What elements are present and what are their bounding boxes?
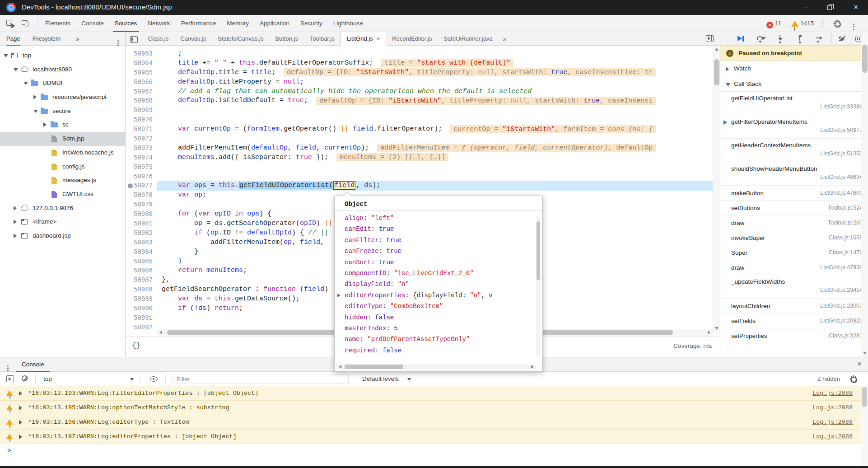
popup-property-editorProperties[interactable]: editorProperties: {displayField: "n", v (335, 290, 542, 301)
code-line-50977[interactable]: 50977 var ops = this.getFieldUIOperatorL… (126, 181, 713, 191)
context-dropdown-arrow[interactable] (130, 378, 134, 381)
line-number-breakpoint[interactable]: 50977 (126, 181, 157, 191)
collapsed-arrow-icon[interactable] (14, 220, 17, 224)
context-selector[interactable]: top (43, 372, 52, 386)
live-expression-icon[interactable] (150, 376, 158, 382)
line-number[interactable]: 50968 (126, 96, 157, 106)
source-tab-button-js[interactable]: Button.js (269, 32, 304, 46)
device-toolbar-icon[interactable] (21, 19, 31, 28)
deactivate-breakpoints-icon[interactable] (839, 35, 847, 42)
tree-item-sdm-jsp[interactable]: Sdm.jsp (0, 132, 125, 146)
console-prompt[interactable]: > (0, 444, 868, 459)
tree-item-top[interactable]: top (0, 49, 125, 63)
frame-source-location[interactable]: Class.js:1658 (829, 230, 863, 245)
line-number[interactable]: 50987 (126, 276, 157, 285)
line-number[interactable]: 50984 (126, 248, 157, 257)
line-number[interactable]: 50978 (126, 191, 157, 200)
frame-source-location[interactable]: ListGrid.js:23007 (820, 299, 863, 313)
log-levels-selector[interactable]: Default levels (362, 372, 399, 386)
tab-page[interactable]: Page (6, 32, 20, 46)
code-line-50968[interactable]: 50968 defaultOp.isFieldDefault = true;de… (126, 96, 713, 106)
tree-item-localhost-8080[interactable]: localhost:8080 (0, 63, 125, 77)
frame-source-location[interactable]: Class.js:3281 (829, 328, 863, 343)
line-number[interactable]: 50972 (126, 134, 157, 144)
line-number[interactable]: 50991 (126, 314, 157, 323)
source-tab-toolbar-js[interactable]: Toolbar.js (304, 32, 341, 46)
source-location-link[interactable]: Log.js:2088 (812, 430, 853, 444)
tree-item-udmui[interactable]: UDMUI (0, 76, 125, 90)
tree-item-secure[interactable]: secure (0, 104, 125, 118)
filter-input[interactable] (173, 374, 349, 384)
expand-message-icon[interactable] (19, 435, 22, 439)
inspect-element-icon[interactable] (5, 19, 15, 28)
popup-property-name[interactable]: name: "prdDefParentAssetTypeOnly" (335, 334, 542, 345)
line-number[interactable]: 50966 (126, 78, 157, 87)
call-stack-frame-super[interactable]: SuperClass.js:1476 (720, 245, 868, 260)
line-number[interactable]: 50973 (126, 144, 157, 153)
line-number[interactable]: 50982 (126, 229, 157, 238)
collapsed-arrow-icon[interactable] (14, 234, 17, 238)
expand-property-icon[interactable] (337, 294, 341, 297)
step-into-icon[interactable] (776, 35, 784, 42)
call-stack-frame-getfielduioperatorlist[interactable]: getFieldUIOperatorListListGrid.js:33386 (720, 92, 868, 115)
popup-horizontal-scrollbar[interactable] (336, 364, 536, 370)
levels-dropdown-arrow[interactable] (407, 378, 411, 381)
popup-property-hidden[interactable]: hidden: false (335, 312, 542, 323)
restore-button[interactable] (819, 0, 840, 15)
expand-message-icon[interactable] (19, 406, 22, 410)
line-number[interactable]: 50979 (126, 200, 157, 210)
expand-message-icon[interactable] (19, 420, 22, 425)
console-scrollbar[interactable] (861, 386, 868, 467)
code-line-50974[interactable]: 50974 menuItems.add({ isSeparator: true … (126, 153, 713, 163)
frame-source-location[interactable]: Class.js:1476 (829, 245, 863, 260)
tree-item-insweb-nocache-js[interactable]: InsWeb.nocache.js (0, 146, 125, 160)
panel-tab-application[interactable]: Application (258, 15, 291, 32)
code-line-50964[interactable]: 50964 title += " " + this.defaultFilterO… (126, 59, 713, 68)
line-number[interactable]: 50963 (126, 49, 157, 59)
call-stack-frame-layoutchildren[interactable]: layoutChildrenListGrid.js:23007 (720, 299, 868, 314)
resume-script-icon[interactable] (737, 35, 745, 42)
close-button[interactable]: × (845, 0, 866, 15)
code-line-50971[interactable]: 50971 var currentOp = (formItem.getOpera… (126, 125, 713, 134)
code-text[interactable]: defaultOp.title = title;defaultOp = {ID:… (157, 68, 713, 78)
line-number[interactable]: 50985 (126, 257, 157, 267)
pretty-print-button[interactable]: {} (132, 342, 140, 350)
call-stack-frame-setproperties[interactable]: setPropertiesClass.js:3281 (720, 328, 868, 343)
hovered-variable-token[interactable]: field (333, 181, 355, 190)
source-tab-safeuirunner-java[interactable]: SafeUiRunner.java (438, 32, 498, 46)
popup-property-required[interactable]: required: false (335, 345, 542, 356)
code-line-50966[interactable]: 50966 defaultOp.titleProperty = null; (126, 78, 713, 87)
popup-property-editorType[interactable]: editorType: "ComboBoxItem" (335, 301, 542, 312)
sidebar-scrollbar[interactable] (861, 32, 868, 357)
panel-tab-sources[interactable]: Sources (113, 15, 139, 32)
frame-source-location[interactable]: ListGrid.js:47938 (820, 260, 863, 275)
collapsed-arrow-icon[interactable] (33, 95, 37, 99)
frame-source-location[interactable]: ListGrid.js:51350 (731, 150, 863, 157)
line-number[interactable]: 50983 (126, 238, 157, 248)
more-tabs-chevron[interactable]: » (76, 32, 79, 46)
line-number[interactable]: 50980 (126, 210, 157, 219)
popup-property-canFilter[interactable]: canFilter: true (335, 235, 542, 246)
step-over-icon[interactable] (756, 35, 765, 42)
code-text[interactable]: addFilterMenuItem(defaultOp, field, curr… (157, 144, 713, 153)
code-text[interactable]: defaultOp.titleProperty = null; (157, 78, 713, 87)
tab-filesystem[interactable]: Filesystem (33, 32, 61, 46)
source-location-link[interactable]: Log.js:2088 (812, 415, 853, 430)
code-line-50973[interactable]: 50973 addFilterMenuItem(defaultOp, field… (126, 144, 713, 153)
minimize-button[interactable] (795, 0, 816, 15)
tab-console[interactable]: Console (16, 357, 50, 372)
line-number[interactable]: 50965 (126, 68, 157, 78)
expanded-arrow-icon[interactable] (14, 68, 18, 71)
show-debugger-icon[interactable] (706, 35, 714, 42)
call-stack-frame-_updatefieldwidths[interactable]: _updateFieldWidthsListGrid.js:23414 (720, 275, 868, 299)
panel-tab-lighthouse[interactable]: Lighthouse (331, 15, 365, 32)
frame-source-location[interactable]: Toolbar.js:260 (828, 215, 863, 230)
close-tab-icon[interactable]: × (377, 35, 380, 42)
code-line-50965[interactable]: 50965 defaultOp.title = title;defaultOp … (126, 68, 713, 78)
expanded-arrow-icon[interactable] (33, 110, 38, 113)
frame-source-location[interactable]: ListGrid.js:48634 (731, 174, 863, 180)
tree-item-sc[interactable]: sc (0, 118, 125, 132)
warning-badge[interactable]: 1415 (791, 15, 814, 32)
panel-tab-network[interactable]: Network (146, 15, 172, 32)
panel-tab-elements[interactable]: Elements (43, 15, 72, 32)
